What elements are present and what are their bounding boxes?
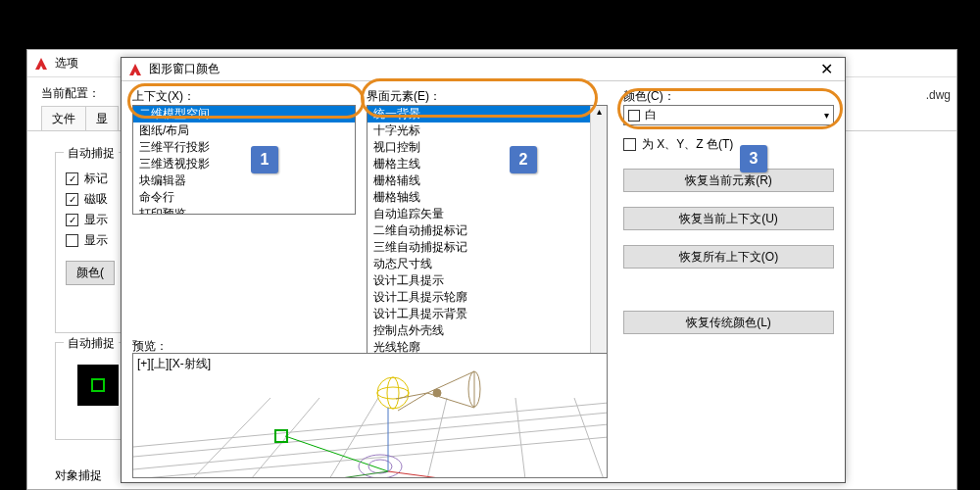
color-swatch-icon [628,110,640,122]
list-item[interactable]: 自动追踪矢量 [368,206,607,222]
options-title-text: 选项 [55,55,78,72]
btn-restore-classic[interactable]: 恢复传统颜色(L) [623,311,834,334]
autosnap-swatch [77,365,119,406]
list-item[interactable]: 命令行 [133,189,355,206]
color-combobox[interactable]: 白 ▾ [623,105,834,125]
svg-point-14 [387,377,399,409]
color-label: 颜色(C)： [623,88,675,105]
autocad-icon [33,56,49,72]
list-item[interactable]: 二维模型空间 [133,106,355,122]
svg-line-3 [133,437,608,478]
list-item[interactable]: 统一背景 [368,106,607,122]
preview-drawing [133,354,608,478]
svg-line-22 [388,471,447,478]
svg-point-18 [433,389,441,397]
chk-axis-colors[interactable]: 为 X、Y、Z 色(T) [623,136,733,153]
element-listbox[interactable]: 统一背景 十字光标 视口控制 栅格主线 栅格辅线 栅格轴线 自动追踪矢量 二维自… [367,105,608,382]
callout-badge-2: 2 [510,146,537,173]
colors-titlebar: 图形窗口颜色 ✕ [122,58,845,81]
list-item[interactable]: 三维平行投影 [133,139,355,156]
chevron-down-icon: ▾ [824,110,829,121]
list-item[interactable]: 动态尺寸线 [368,256,607,272]
list-item[interactable]: 栅格轴线 [368,189,607,206]
btn-restore-element[interactable]: 恢复当前元素(R) [623,169,834,192]
btn-color[interactable]: 颜色( [66,261,115,285]
list-item[interactable]: 设计工具提示背景 [368,306,607,322]
colors-title-text: 图形窗口颜色 [149,61,220,77]
btn-restore-context[interactable]: 恢复当前上下文(U) [623,207,834,230]
svg-line-7 [427,398,447,478]
drawing-suffix: .dwg [926,88,951,102]
list-item[interactable]: 视口控制 [368,139,607,156]
list-item[interactable]: 设计工具提示轮廓 [368,289,607,306]
list-item[interactable]: 打印预览 [133,206,355,215]
preview-caption: [+][上][X-射线] [137,356,211,372]
drawing-window-colors-dialog: 图形窗口颜色 ✕ 上下文(X)： 界面元素(E)： 颜色(C)： 二维模型空间 … [121,57,846,483]
preview-box: [+][上][X-射线] [132,353,608,478]
group-autosnap-settings-label: 自动捕捉 [64,145,119,162]
list-item[interactable]: 图纸/布局 [133,122,355,139]
list-item[interactable]: 二维自动捕捉标记 [368,222,607,239]
element-label: 界面元素(E)： [367,88,441,105]
autocad-icon [127,62,143,77]
tab-display[interactable]: 显 [85,106,119,130]
context-label: 上下文(X)： [132,88,195,105]
svg-point-12 [377,377,409,409]
list-item[interactable]: 三维透视投影 [133,156,355,172]
callout-badge-1: 1 [251,146,278,173]
list-item[interactable]: 设计工具提示 [368,272,607,289]
list-item[interactable]: 三维自动捕捉标记 [368,239,607,256]
list-item[interactable]: 栅格辅线 [368,172,607,189]
list-item[interactable]: 十字光标 [368,122,607,139]
callout-badge-3: 3 [740,145,767,172]
list-item[interactable]: 块编辑器 [133,172,355,189]
tab-file[interactable]: 文件 [41,106,86,130]
svg-line-8 [515,398,525,478]
color-value: 白 [645,107,657,123]
btn-restore-all[interactable]: 恢复所有上下文(O) [623,245,834,269]
close-icon[interactable]: ✕ [814,60,839,78]
context-listbox[interactable]: 二维模型空间 图纸/布局 三维平行投影 三维透视投影 块编辑器 命令行 打印预览 [132,105,356,215]
svg-line-4 [192,398,270,478]
object-snap-label: 对象捕捉 [55,467,102,484]
list-item[interactable]: 控制点外壳线 [368,322,607,339]
scrollbar[interactable] [590,106,607,381]
group-autosnap-marker-label: 自动捕捉 [64,335,119,352]
svg-line-0 [133,403,608,447]
svg-line-1 [133,413,608,457]
list-item[interactable]: 栅格主线 [368,156,607,172]
